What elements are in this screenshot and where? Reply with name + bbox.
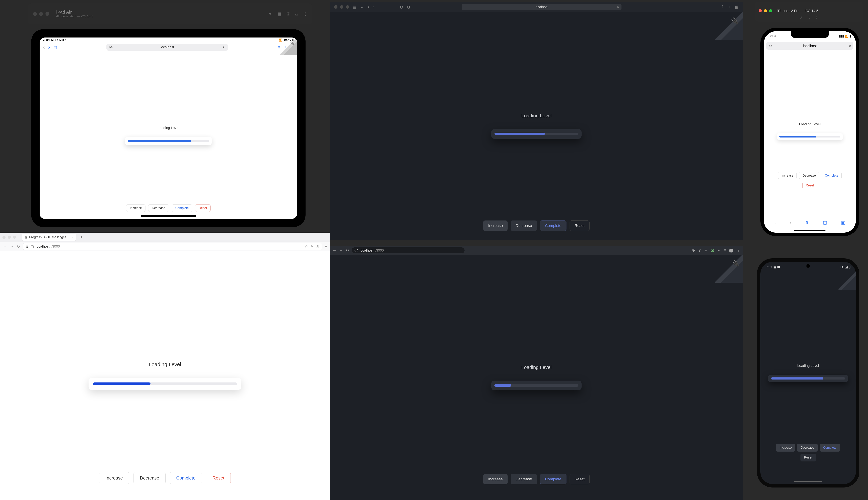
- new-tab-button[interactable]: +: [80, 235, 83, 240]
- complete-button[interactable]: Complete: [540, 474, 566, 484]
- increase-button[interactable]: Increase: [99, 472, 129, 484]
- share-icon[interactable]: ⇪: [303, 11, 307, 17]
- forward-button[interactable]: ›: [48, 44, 50, 50]
- reset-button[interactable]: Reset: [206, 472, 231, 484]
- back-button[interactable]: ←: [333, 248, 336, 253]
- reload-button[interactable]: ↻: [17, 244, 20, 249]
- shield-icon[interactable]: ◐: [399, 5, 404, 9]
- info-icon[interactable]: ▢: [31, 245, 34, 249]
- share-icon[interactable]: ⇧: [805, 220, 809, 225]
- bookmark-star-icon[interactable]: ☆: [305, 245, 308, 249]
- reload-button[interactable]: ↻: [346, 248, 349, 253]
- eyedropper-icon[interactable]: ✎: [310, 245, 313, 249]
- screenshot-icon[interactable]: ▣: [277, 11, 282, 17]
- bookmarks-icon[interactable]: ▢: [823, 220, 827, 225]
- back-button[interactable]: ‹: [367, 5, 370, 9]
- wand-icon[interactable]: ✦: [268, 11, 272, 17]
- reload-icon[interactable]: ↻: [849, 44, 851, 48]
- complete-button[interactable]: Complete: [822, 172, 842, 179]
- screenshot-icon[interactable]: ⎚: [800, 15, 802, 20]
- menu-icon[interactable]: ⋮: [736, 248, 740, 253]
- firefox-window: ◎ Progress | GUI Challenges × + ← → ↻ ⛨ …: [0, 232, 330, 500]
- maximize-dot[interactable]: [13, 236, 16, 239]
- increase-button[interactable]: Increase: [483, 474, 507, 484]
- reading-list-icon[interactable]: ≡: [723, 248, 726, 253]
- back-button[interactable]: ←: [3, 244, 7, 249]
- complete-button[interactable]: Complete: [170, 472, 202, 484]
- shield-icon[interactable]: ⛨: [25, 245, 29, 248]
- home-icon[interactable]: ⌂: [295, 11, 298, 17]
- camera-icon[interactable]: ⎚: [287, 11, 290, 17]
- decrease-button[interactable]: Decrease: [134, 472, 165, 484]
- appearance-icon[interactable]: ◑: [407, 5, 411, 9]
- tabs-icon[interactable]: ▣: [841, 220, 845, 225]
- text-size-icon[interactable]: AA: [109, 46, 113, 49]
- maximize-dot[interactable]: [45, 12, 49, 16]
- close-dot[interactable]: [33, 12, 37, 16]
- close-dot[interactable]: [2, 236, 5, 239]
- maximize-dot[interactable]: [346, 5, 349, 9]
- back-button[interactable]: ‹: [774, 220, 776, 225]
- address-bar[interactable]: localhost ↻: [462, 4, 621, 10]
- new-tab-icon[interactable]: +: [727, 5, 731, 9]
- complete-button[interactable]: Complete: [540, 220, 566, 231]
- tabs-icon[interactable]: ▦: [734, 5, 739, 9]
- address-bar[interactable]: ⛨ ▢ localhost:3000 ☆ ✎ ⚿: [23, 243, 322, 250]
- share-icon[interactable]: ⇧: [720, 5, 724, 9]
- forward-button[interactable]: ›: [373, 5, 375, 9]
- profile-icon[interactable]: ⬤: [729, 248, 733, 253]
- reset-button[interactable]: Reset: [800, 454, 815, 462]
- home-icon[interactable]: ⌂: [808, 15, 810, 20]
- decrease-button[interactable]: Decrease: [511, 220, 537, 231]
- home-indicator[interactable]: [794, 481, 822, 482]
- reset-button[interactable]: Reset: [802, 182, 817, 189]
- address-bar[interactable]: AA localhost ↻: [106, 44, 228, 51]
- extension-icon[interactable]: ◉: [711, 248, 714, 253]
- reload-icon[interactable]: ↻: [616, 5, 619, 9]
- home-indicator[interactable]: [794, 230, 825, 231]
- share-icon[interactable]: ⇪: [815, 15, 818, 20]
- reload-icon[interactable]: ↻: [223, 45, 226, 49]
- extensions-icon[interactable]: ✦: [717, 248, 720, 253]
- minimize-dot[interactable]: [340, 5, 343, 9]
- close-dot[interactable]: [334, 5, 338, 9]
- minimize-dot[interactable]: [764, 9, 767, 12]
- forward-button[interactable]: →: [10, 244, 14, 249]
- close-dot[interactable]: [758, 9, 762, 12]
- install-icon[interactable]: ⊕: [692, 248, 695, 253]
- reset-button[interactable]: Reset: [195, 204, 210, 212]
- forward-button[interactable]: →: [339, 248, 343, 253]
- chevron-down-icon[interactable]: ⌄: [360, 5, 364, 9]
- close-tab-icon[interactable]: ×: [71, 236, 73, 239]
- increase-button[interactable]: Increase: [778, 172, 797, 179]
- bookmark-star-icon[interactable]: ☆: [704, 248, 708, 253]
- tab-title: Progress | GUI Challenges: [29, 236, 66, 239]
- address-bar[interactable]: ⓘ localhost:3000: [352, 247, 465, 253]
- minimize-dot[interactable]: [8, 236, 11, 239]
- info-icon[interactable]: ⓘ: [354, 248, 358, 253]
- reset-button[interactable]: Reset: [570, 220, 590, 231]
- decrease-button[interactable]: Decrease: [799, 172, 819, 179]
- text-size-icon[interactable]: AA: [769, 44, 772, 47]
- reset-button[interactable]: Reset: [570, 474, 590, 484]
- decrease-button[interactable]: Decrease: [797, 444, 818, 452]
- menu-icon[interactable]: ≡: [324, 244, 327, 249]
- increase-button[interactable]: Increase: [126, 204, 146, 212]
- decrease-button[interactable]: Decrease: [148, 204, 169, 212]
- maximize-dot[interactable]: [769, 9, 772, 12]
- minimize-dot[interactable]: [39, 12, 43, 16]
- key-icon[interactable]: ⚿: [316, 245, 319, 249]
- complete-button[interactable]: Complete: [820, 444, 840, 452]
- increase-button[interactable]: Increase: [483, 220, 507, 231]
- browser-tab[interactable]: ◎ Progress | GUI Challenges ×: [22, 234, 76, 241]
- sidebar-icon[interactable]: ▤: [54, 45, 57, 49]
- home-indicator[interactable]: [141, 215, 196, 217]
- share-icon[interactable]: ⇪: [698, 248, 701, 253]
- forward-button[interactable]: ›: [790, 220, 791, 225]
- increase-button[interactable]: Increase: [776, 444, 795, 452]
- address-bar[interactable]: AA localhost ↻: [766, 42, 854, 50]
- sidebar-icon[interactable]: ▤: [352, 5, 357, 9]
- decrease-button[interactable]: Decrease: [511, 474, 537, 484]
- back-button[interactable]: ‹: [43, 44, 45, 50]
- complete-button[interactable]: Complete: [172, 204, 192, 212]
